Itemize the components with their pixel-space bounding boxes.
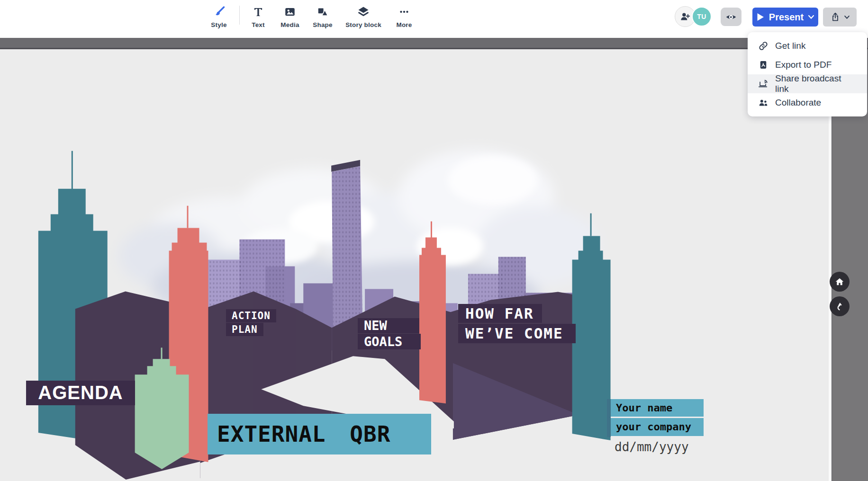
- curved-arrow-icon: [834, 301, 845, 312]
- home-button[interactable]: [830, 272, 850, 292]
- shape-icon: [302, 5, 343, 19]
- tool-more[interactable]: More: [384, 5, 425, 28]
- share-button[interactable]: [823, 8, 857, 27]
- tool-label: Style: [199, 21, 239, 28]
- broadcast-laptop-icon: [758, 78, 769, 89]
- tool-label: More: [384, 21, 425, 28]
- menu-item-label: Share broadcast link: [775, 73, 857, 94]
- new-goals-banner-line1[interactable]: NEW: [358, 318, 419, 333]
- back-up-button[interactable]: [830, 296, 850, 316]
- tool-story-block[interactable]: Story block: [343, 5, 384, 28]
- action-plan-banner-line2[interactable]: PLAN: [226, 323, 263, 336]
- user-avatar[interactable]: TU: [692, 7, 712, 27]
- share-dropdown-menu: Get link Export to PDF Share broadcast l…: [748, 32, 867, 116]
- name-banner-side-face: [607, 399, 611, 437]
- your-name-banner[interactable]: Your name: [611, 399, 704, 417]
- tool-label: Shape: [302, 21, 343, 28]
- your-company-banner[interactable]: your company: [611, 418, 704, 436]
- new-goals-banner-line2[interactable]: GOALS: [358, 334, 421, 349]
- play-icon: [757, 13, 764, 21]
- canvas-backdrop-top: [0, 38, 868, 49]
- tool-label: Story block: [343, 21, 384, 28]
- menu-item-collaborate[interactable]: Collaborate: [748, 93, 867, 112]
- present-label: Present: [769, 12, 804, 23]
- add-person-icon: [679, 10, 691, 23]
- tool-style[interactable]: Style: [199, 5, 239, 28]
- date-text[interactable]: dd/mm/yyyy: [615, 440, 689, 454]
- chevron-down-icon: [844, 16, 850, 19]
- link-icon: [758, 40, 769, 52]
- story-block-layers-icon: [343, 5, 384, 19]
- tool-shape[interactable]: Shape: [302, 5, 343, 28]
- how-far-banner-line2[interactable]: WE’VE COME: [458, 324, 576, 343]
- chevron-down-icon: [808, 15, 814, 19]
- home-icon: [834, 276, 845, 287]
- share-export-icon: [830, 11, 841, 23]
- present-button[interactable]: Present: [752, 8, 818, 27]
- action-plan-banner-line1[interactable]: ACTION: [226, 309, 276, 322]
- collaborate-people-icon: [758, 97, 769, 108]
- menu-item-get-link[interactable]: Get link: [748, 36, 867, 55]
- menu-item-share-broadcast-link[interactable]: Share broadcast link: [748, 74, 867, 93]
- slide-canvas[interactable]: AGENDA ACTION PLAN NEW GOALS HOW FAR WE’…: [0, 51, 832, 481]
- pdf-file-icon: [758, 59, 769, 71]
- menu-item-export-pdf[interactable]: Export to PDF: [748, 55, 867, 74]
- more-dots-icon: [384, 5, 425, 19]
- slide-title-banner[interactable]: EXTERNAL QBR: [208, 414, 431, 454]
- how-far-banner-line1[interactable]: HOW FAR: [458, 304, 542, 323]
- agenda-banner[interactable]: AGENDA: [26, 381, 135, 405]
- menu-item-label: Get link: [775, 41, 805, 51]
- editor-toolbar: Style Text Media Shape: [0, 0, 868, 38]
- menu-item-label: Collaborate: [775, 98, 821, 108]
- preview-button[interactable]: [721, 8, 741, 26]
- eye-icon: [725, 11, 737, 23]
- style-brush-icon: [199, 5, 239, 19]
- menu-item-label: Export to PDF: [775, 60, 832, 70]
